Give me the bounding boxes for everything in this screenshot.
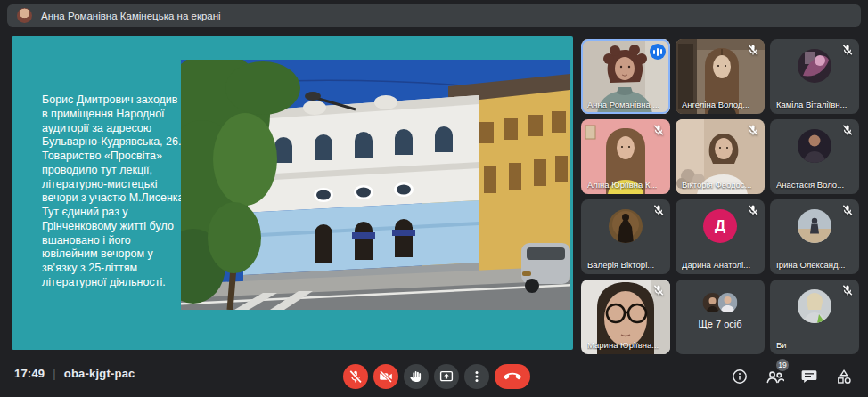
participant-avatar bbox=[609, 209, 643, 243]
call-controls bbox=[343, 364, 530, 389]
more-options-icon bbox=[470, 369, 484, 384]
participant-name: Марина Юріївна... bbox=[587, 340, 659, 350]
mic-off-icon bbox=[841, 284, 854, 296]
chat-icon bbox=[801, 369, 817, 384]
participant-tile-9[interactable]: Ірина Олександ... bbox=[770, 199, 859, 274]
mic-off-icon bbox=[652, 124, 665, 136]
participant-tile-4[interactable]: Аліна Юріївна К... bbox=[581, 119, 670, 194]
presenting-banner: Анна Романівна Камінецька на екрані bbox=[7, 4, 861, 27]
overflow-avatars bbox=[703, 293, 738, 312]
mic-off-icon bbox=[841, 124, 854, 136]
mic-off-icon bbox=[747, 204, 759, 216]
meeting-info: 17:49 | oba-kjgt-pac bbox=[14, 367, 135, 380]
overflow-count-label: Ще 7 осіб bbox=[676, 319, 765, 329]
people-count-badge: 19 bbox=[776, 359, 789, 371]
participant-tile-6[interactable]: Анастасія Воло... bbox=[770, 119, 859, 194]
participant-tile-7[interactable]: Валерія Вікторі... bbox=[581, 199, 670, 274]
participant-tile-10[interactable]: Марина Юріївна... bbox=[581, 280, 670, 354]
mic-off-icon bbox=[652, 284, 665, 296]
presenter-avatar bbox=[17, 8, 32, 23]
presenting-banner-label: Анна Романівна Камінецька на екрані bbox=[41, 11, 221, 21]
raise-hand-icon bbox=[409, 369, 423, 384]
slide-building-photo bbox=[181, 60, 570, 310]
participant-avatar bbox=[798, 209, 831, 243]
present-screen-button[interactable] bbox=[434, 364, 459, 389]
participants-grid: Анна Романівна ... Ангеліна Волод... Кам… bbox=[581, 39, 859, 354]
avatar-initial: Д bbox=[703, 209, 737, 243]
participant-tile-3[interactable]: Каміла Віталіївн... bbox=[770, 39, 859, 114]
mic-off-icon bbox=[747, 44, 759, 56]
mic-off-icon bbox=[841, 44, 854, 56]
participant-name: Каміла Віталіївн... bbox=[776, 100, 847, 109]
participant-avatar bbox=[798, 49, 831, 83]
participant-tile-5[interactable]: Вікторія Феодос... bbox=[676, 119, 765, 194]
activities-icon bbox=[836, 369, 852, 385]
mic-off-icon bbox=[652, 204, 665, 216]
mic-off-icon bbox=[841, 204, 854, 216]
participant-tile-8[interactable]: Д Дарина Анатолі... bbox=[676, 199, 765, 274]
participant-name: Вікторія Феодос... bbox=[682, 180, 752, 190]
info-icon bbox=[732, 369, 748, 385]
info-button[interactable] bbox=[728, 364, 751, 389]
mic-off-button[interactable] bbox=[343, 364, 368, 389]
participant-tile-2[interactable]: Ангеліна Волод... bbox=[676, 39, 765, 114]
participant-name: Валерія Вікторі... bbox=[587, 260, 654, 270]
separator: | bbox=[53, 367, 56, 380]
slide-body-text: Борис Дмитрович заходив і в приміщення Н… bbox=[42, 93, 188, 290]
end-call-button[interactable] bbox=[495, 364, 530, 389]
self-tile[interactable]: Ви bbox=[770, 280, 859, 354]
clock: 17:49 bbox=[14, 367, 45, 380]
participant-name: Аліна Юріївна К... bbox=[587, 180, 657, 190]
participant-name: Ви bbox=[776, 340, 787, 350]
activities-button[interactable] bbox=[832, 364, 856, 389]
participant-tile-1[interactable]: Анна Романівна ... bbox=[581, 39, 670, 114]
participant-name: Дарина Анатолі... bbox=[682, 260, 750, 270]
participant-avatar bbox=[798, 129, 831, 163]
people-icon bbox=[766, 369, 784, 385]
meeting-code: oba-kjgt-pac bbox=[64, 367, 135, 380]
camera-off-button[interactable] bbox=[373, 364, 398, 389]
participant-avatar bbox=[798, 289, 831, 323]
camera-off-icon bbox=[379, 369, 393, 384]
audio-level-icon bbox=[650, 44, 666, 60]
raise-hand-button[interactable] bbox=[404, 364, 429, 389]
present-screen-icon bbox=[439, 369, 454, 384]
participant-name: Ангеліна Волод... bbox=[682, 100, 749, 109]
participant-avatar: Д bbox=[703, 209, 737, 243]
end-call-icon bbox=[504, 368, 521, 385]
chat-button[interactable] bbox=[798, 364, 821, 389]
mic-off-icon bbox=[747, 124, 759, 136]
overflow-tile[interactable]: Ще 7 осіб bbox=[676, 280, 765, 354]
meeting-panels: 19 bbox=[728, 364, 856, 389]
participant-name: Ірина Олександ... bbox=[776, 260, 846, 270]
mic-off-icon bbox=[348, 369, 363, 384]
people-button[interactable]: 19 bbox=[763, 364, 786, 389]
more-options-button[interactable] bbox=[464, 364, 489, 389]
participant-name: Анастасія Воло... bbox=[776, 180, 844, 190]
participant-name: Анна Романівна ... bbox=[587, 100, 659, 109]
screen-share-tile[interactable]: Борис Дмитрович заходив і в приміщення Н… bbox=[12, 36, 573, 350]
